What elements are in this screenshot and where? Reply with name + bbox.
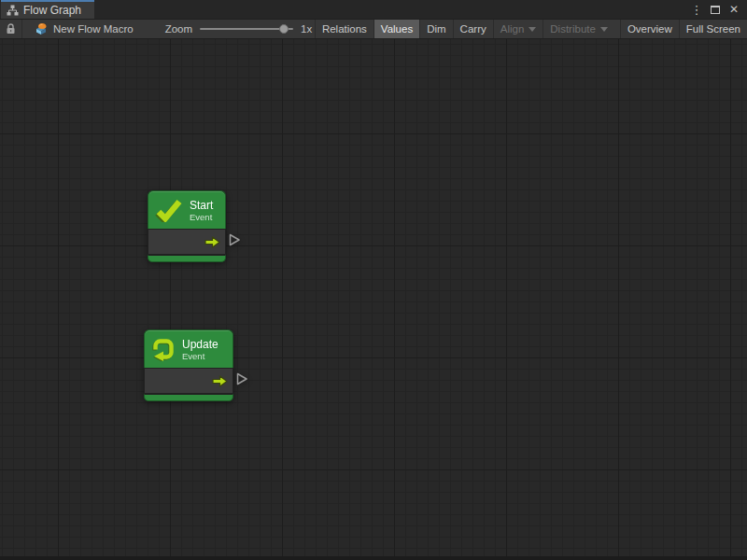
- node-subtitle: Event: [190, 212, 213, 222]
- node-start-event[interactable]: Start Event: [148, 190, 226, 262]
- fullscreen-button[interactable]: Full Screen: [679, 20, 747, 38]
- dim-button[interactable]: Dim: [419, 20, 452, 38]
- node-title: Update: [182, 338, 218, 351]
- node-port-row: [148, 229, 226, 255]
- node-title: Start: [190, 199, 213, 212]
- toolbar-buttons: Relations Values Dim Carry Align Distrib…: [315, 20, 747, 38]
- zoom-slider[interactable]: [200, 23, 293, 35]
- zoom-label: Zoom: [165, 23, 192, 35]
- window-controls: ⋮ ✕: [690, 0, 747, 19]
- chevron-down-icon: [529, 27, 536, 32]
- relations-button[interactable]: Relations: [315, 20, 374, 38]
- node-update-event[interactable]: Update Event: [144, 329, 233, 401]
- node-header[interactable]: Start Event: [148, 190, 226, 229]
- flow-arrow-icon[interactable]: [212, 375, 228, 387]
- values-button[interactable]: Values: [374, 20, 419, 38]
- graph-canvas[interactable]: Start Event: [0, 39, 747, 560]
- node-header[interactable]: Update Event: [144, 329, 233, 368]
- checkmark-icon: [155, 199, 183, 222]
- zoom-slider-handle[interactable]: [279, 24, 289, 34]
- zoom-value: 1x: [301, 23, 312, 35]
- macro-name: New Flow Macro: [53, 23, 134, 35]
- graph-hierarchy-icon: [7, 5, 19, 16]
- node-footer: [144, 394, 233, 401]
- node-subtitle: Event: [182, 351, 218, 361]
- padlock-icon: [6, 23, 16, 35]
- flow-macro-icon: [34, 22, 49, 35]
- overview-button[interactable]: Overview: [620, 20, 679, 38]
- macro-title-button[interactable]: New Flow Macro: [22, 22, 141, 35]
- title-bar: Flow Graph ⋮ ✕: [0, 0, 747, 20]
- tab-flow-graph[interactable]: Flow Graph: [1, 0, 94, 19]
- align-dropdown-button[interactable]: Align: [493, 20, 543, 38]
- close-icon[interactable]: ✕: [727, 2, 740, 17]
- canvas-bottom-edge: [0, 556, 747, 560]
- output-port-icon[interactable]: [228, 233, 241, 250]
- overflow-menu-icon[interactable]: ⋮: [690, 2, 703, 17]
- maximize-icon[interactable]: [709, 2, 722, 17]
- output-port-icon[interactable]: [235, 372, 248, 389]
- node-port-row: [144, 368, 233, 394]
- lock-button[interactable]: [0, 23, 21, 35]
- graph-toolbar: New Flow Macro Zoom 1x Relations Values …: [0, 20, 747, 39]
- loop-icon: [151, 337, 176, 361]
- carry-button[interactable]: Carry: [453, 20, 493, 38]
- distribute-dropdown-button[interactable]: Distribute: [543, 20, 614, 38]
- flow-arrow-icon[interactable]: [204, 236, 220, 248]
- tab-title: Flow Graph: [23, 4, 81, 17]
- chevron-down-icon: [600, 27, 608, 32]
- node-footer: [148, 255, 226, 262]
